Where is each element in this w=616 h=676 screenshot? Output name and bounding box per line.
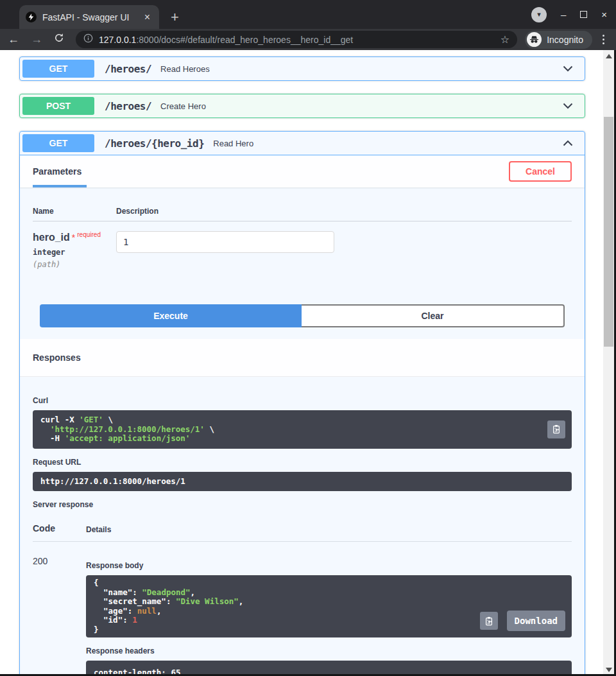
opblock-post-heroes: POST /heroes/ Create Hero [19, 94, 585, 118]
param-location: (path) [33, 260, 116, 269]
response-details-cell: Response body { "name": "Deadpond", "sec… [86, 542, 572, 676]
endpoint-summary: Read Heroes [160, 64, 210, 74]
required-star: * [72, 232, 75, 243]
method-badge-get: GET [22, 134, 94, 152]
response-body-label: Response body [86, 561, 572, 570]
param-type: integer [33, 248, 116, 257]
tab-search-icon[interactable]: ▾ [531, 7, 547, 22]
clear-button[interactable]: Clear [302, 304, 565, 327]
server-response-label: Server response [33, 500, 572, 509]
bookmark-star-icon[interactable]: ☆ [501, 33, 509, 46]
chevron-up-icon[interactable] [563, 140, 573, 146]
request-url-block: http://127.0.0.1:8000/heroes/1 [33, 472, 572, 492]
execute-row: Execute Clear [40, 304, 565, 327]
parameters-table: Name Description hero_id*required intege… [20, 187, 585, 339]
page-scrollbar[interactable] [603, 50, 614, 676]
request-url-value: http://127.0.0.1:8000/heroes/1 [40, 477, 564, 487]
url-text[interactable]: 127.0.0.1:8000/docs#/default/read_hero_h… [99, 35, 495, 45]
hero-id-input[interactable] [116, 231, 334, 253]
opblock-summary-get-heroes[interactable]: GET /heroes/ Read Heroes [20, 57, 585, 80]
url-path: :8000/docs#/default/read_hero_heroes__he… [136, 35, 353, 45]
column-header-description: Description [116, 207, 572, 221]
site-info-icon[interactable] [83, 33, 93, 46]
window-controls: ▾ – × [531, 0, 607, 29]
endpoint-summary: Read Hero [213, 139, 253, 148]
tab-close-icon[interactable]: × [142, 12, 153, 23]
incognito-badge: Incognito [525, 31, 592, 49]
browser-toolbar: ← → 127.0.0.1:8000/docs#/default/read_he… [0, 29, 616, 50]
status-code: 200 [33, 542, 86, 676]
endpoint-path: /heroes/ [105, 100, 151, 112]
browser-window: FastAPI - Swagger UI × + ▾ – × ← → 127.0… [0, 0, 616, 676]
param-name-cell: hero_id*required integer (path) [33, 221, 116, 269]
response-headers-label: Response headers [86, 646, 572, 655]
opblock-get-hero-by-id: GET /heroes/{hero_id} Read Hero Paramete… [19, 131, 585, 676]
endpoint-path: /heroes/{hero_id} [105, 137, 204, 150]
tab-parameters[interactable]: Parameters [33, 166, 81, 177]
active-tab-underline [33, 185, 87, 187]
opblock-get-heroes: GET /heroes/ Read Heroes [19, 56, 585, 81]
param-name: hero_id [33, 232, 70, 243]
cancel-button[interactable]: Cancel [509, 161, 572, 182]
address-bar[interactable]: 127.0.0.1:8000/docs#/default/read_hero_h… [76, 31, 517, 48]
server-response-table: Code Details 200 Response body { "name":… [33, 523, 572, 676]
back-button[interactable]: ← [8, 33, 19, 46]
swagger-page: GET /heroes/ Read Heroes POST /heroes/ C… [0, 50, 603, 676]
responses-title: Responses [33, 352, 81, 363]
tab-title: FastAPI - Swagger UI [42, 12, 142, 22]
method-badge-post: POST [22, 97, 94, 115]
incognito-label: Incognito [547, 35, 583, 45]
copy-to-clipboard-button[interactable] [547, 420, 565, 438]
responses-section-header: Responses [20, 339, 585, 377]
incognito-icon [527, 32, 542, 47]
responses-body: Curl curl -X 'GET' \ 'http://127.0.0.1:8… [20, 377, 585, 676]
param-value-cell [116, 221, 572, 269]
required-label: required [77, 231, 101, 238]
column-header-name: Name [33, 207, 116, 221]
curl-command-block: curl -X 'GET' \ 'http://127.0.0.1:8000/h… [33, 410, 572, 449]
forward-button[interactable]: → [31, 33, 42, 46]
download-button[interactable]: Download [507, 611, 565, 631]
method-badge-get: GET [22, 60, 94, 78]
chevron-down-icon[interactable] [563, 65, 573, 72]
scrollbar-thumb[interactable] [604, 117, 613, 347]
details-column-header: Details [86, 523, 572, 534]
opblock-summary-get-hero-by-id[interactable]: GET /heroes/{hero_id} Read Hero [20, 132, 585, 155]
endpoint-path: /heroes/ [105, 63, 151, 75]
reload-button[interactable] [54, 33, 64, 46]
response-body-block: { "name": "Deadpond", "secret_name": "Di… [86, 575, 572, 637]
browser-tab[interactable]: FastAPI - Swagger UI × [19, 5, 159, 29]
scrollbar-up-arrow-icon[interactable] [606, 54, 612, 58]
fastapi-favicon-icon [26, 12, 37, 22]
curl-label: Curl [33, 396, 572, 405]
request-url-label: Request URL [33, 458, 572, 467]
execute-button[interactable]: Execute [40, 304, 302, 327]
scrollbar-down-arrow-icon[interactable] [606, 668, 612, 672]
parameters-section-header: Parameters Cancel [20, 155, 585, 187]
browser-titlebar: FastAPI - Swagger UI × + ▾ – × [0, 0, 616, 29]
endpoint-summary: Create Hero [160, 101, 206, 111]
copy-response-button[interactable] [480, 612, 498, 630]
minimize-button[interactable]: – [561, 9, 566, 20]
code-column-header: Code [33, 523, 86, 534]
close-window-button[interactable]: × [601, 9, 607, 20]
url-host: 127.0.0.1 [99, 35, 136, 45]
browser-menu-button[interactable] [599, 35, 608, 44]
maximize-button[interactable] [580, 11, 587, 18]
opblock-summary-post-heroes[interactable]: POST /heroes/ Create Hero [20, 94, 585, 117]
new-tab-button[interactable]: + [171, 5, 179, 29]
chevron-down-icon[interactable] [563, 103, 573, 109]
